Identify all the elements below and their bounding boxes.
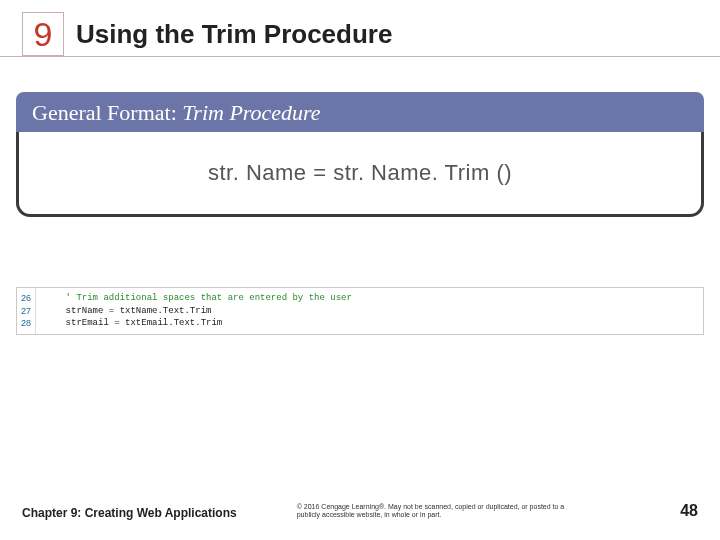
code-line: strEmail = txtEmail.Text.Trim xyxy=(44,317,352,330)
line-number: 27 xyxy=(21,305,31,318)
code-body: ' Trim additional spaces that are entere… xyxy=(36,288,360,334)
figure-body-outer: str. Name = str. Name. Trim () xyxy=(16,135,704,217)
code-gutter: 262728 xyxy=(17,288,36,334)
figure-banner-topic: Trim Procedure xyxy=(182,100,320,125)
figure-body: str. Name = str. Name. Trim () xyxy=(16,132,704,217)
figure-banner: General Format: Trim Procedure xyxy=(16,92,704,135)
general-format-figure: General Format: Trim Procedure str. Name… xyxy=(16,92,704,217)
code-line: ' Trim additional spaces that are entere… xyxy=(44,292,352,305)
line-number: 28 xyxy=(21,317,31,330)
slide-header: 9 Using the Trim Procedure xyxy=(0,0,720,57)
figure-banner-prefix: General Format: xyxy=(32,100,177,125)
code-snippet: 262728 ' Trim additional spaces that are… xyxy=(16,287,704,335)
figure-formula: str. Name = str. Name. Trim () xyxy=(208,160,512,185)
slide-footer: Chapter 9: Creating Web Applications © 2… xyxy=(0,502,720,520)
line-number: 26 xyxy=(21,292,31,305)
code-line: strName = txtName.Text.Trim xyxy=(44,305,352,318)
chapter-number: 9 xyxy=(34,15,53,54)
chapter-title: Chapter 9: Creating Web Applications xyxy=(22,506,237,520)
slide-title: Using the Trim Procedure xyxy=(76,19,392,50)
slide: 9 Using the Trim Procedure General Forma… xyxy=(0,0,720,540)
page-number: 48 xyxy=(680,502,698,520)
copyright-text: © 2016 Cengage Learning®. May not be sca… xyxy=(297,503,577,521)
chapter-number-box: 9 xyxy=(22,12,64,56)
